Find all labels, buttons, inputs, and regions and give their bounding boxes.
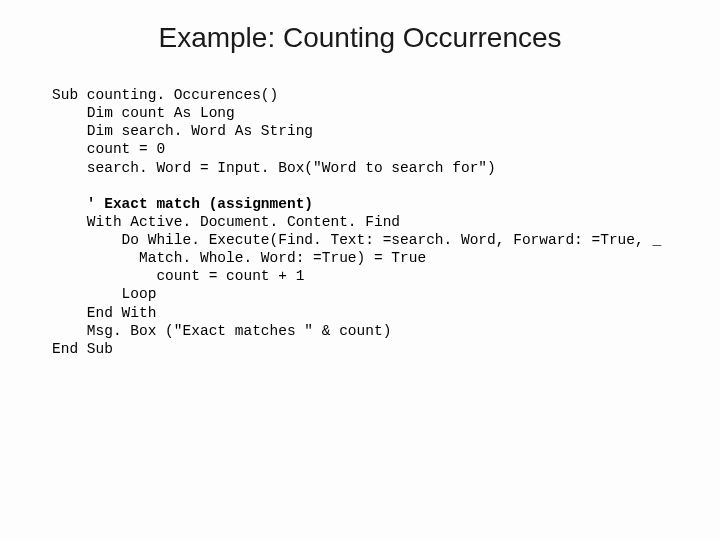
code-line-7-comment: ' Exact match (assignment) (52, 196, 313, 212)
code-line-8: With Active. Document. Content. Find (52, 214, 400, 230)
slide-title: Example: Counting Occurrences (80, 22, 640, 54)
code-block: Sub counting. Occurences() Dim count As … (52, 86, 680, 358)
code-line-2: Dim count As Long (52, 105, 235, 121)
code-line-9: Do While. Execute(Find. Text: =search. W… (52, 232, 661, 248)
code-line-11: count = count + 1 (52, 268, 304, 284)
code-line-10: Match. Whole. Word: =True) = True (52, 250, 426, 266)
code-line-5: search. Word = Input. Box("Word to searc… (52, 160, 496, 176)
code-line-3: Dim search. Word As String (52, 123, 313, 139)
code-line-1: Sub counting. Occurences() (52, 87, 278, 103)
code-line-15: End Sub (52, 341, 113, 357)
code-line-14: Msg. Box ("Exact matches " & count) (52, 323, 391, 339)
code-line-12: Loop (52, 286, 156, 302)
code-line-4: count = 0 (52, 141, 165, 157)
code-line-13: End With (52, 305, 156, 321)
slide: Example: Counting Occurrences Sub counti… (0, 0, 720, 540)
